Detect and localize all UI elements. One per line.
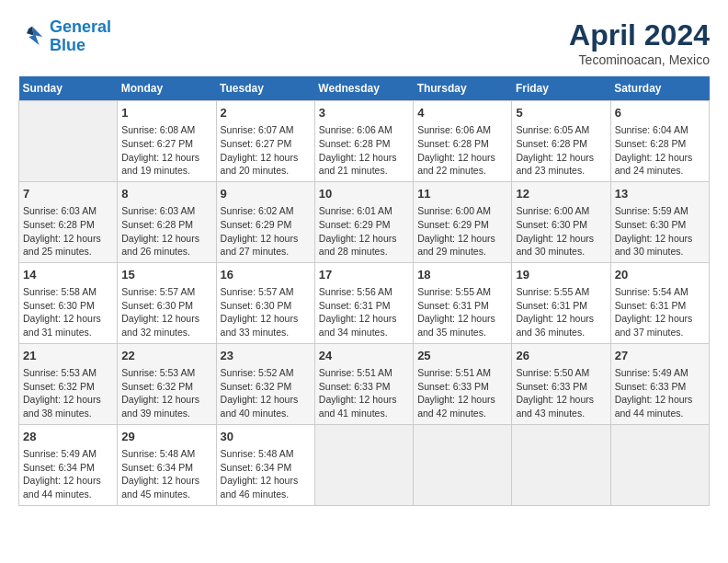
- day-info: Sunrise: 5:50 AMSunset: 6:33 PMDaylight:…: [516, 366, 606, 420]
- calendar-week-5: 28Sunrise: 5:49 AMSunset: 6:34 PMDayligh…: [19, 424, 710, 505]
- calendar-cell: 9Sunrise: 6:02 AMSunset: 6:29 PMDaylight…: [216, 181, 314, 262]
- day-info: Sunrise: 5:48 AMSunset: 6:34 PMDaylight:…: [221, 447, 311, 501]
- day-number: 30: [221, 429, 311, 445]
- day-number: 14: [23, 267, 113, 283]
- logo-icon: [18, 23, 46, 51]
- day-number: 28: [23, 429, 113, 445]
- calendar-cell: 18Sunrise: 5:55 AMSunset: 6:31 PMDayligh…: [414, 262, 512, 343]
- calendar-cell: [414, 424, 512, 505]
- day-info: Sunrise: 6:08 AMSunset: 6:27 PMDaylight:…: [121, 123, 211, 178]
- day-info: Sunrise: 5:57 AMSunset: 6:30 PMDaylight:…: [121, 285, 211, 339]
- day-number: 1: [121, 105, 211, 121]
- day-info: Sunrise: 6:02 AMSunset: 6:29 PMDaylight:…: [221, 204, 311, 259]
- calendar-cell: 13Sunrise: 5:59 AMSunset: 6:30 PMDayligh…: [610, 181, 709, 262]
- calendar-table: SundayMondayTuesdayWednesdayThursdayFrid…: [18, 76, 710, 506]
- day-info: Sunrise: 6:03 AMSunset: 6:28 PMDaylight:…: [121, 204, 211, 259]
- page-header: General Blue April 2024 Tecominoacan, Me…: [18, 18, 710, 67]
- day-number: 25: [417, 348, 507, 364]
- day-number: 12: [516, 186, 606, 202]
- day-info: Sunrise: 6:06 AMSunset: 6:28 PMDaylight:…: [417, 123, 507, 178]
- day-number: 27: [615, 348, 705, 364]
- day-info: Sunrise: 5:53 AMSunset: 6:32 PMDaylight:…: [121, 366, 211, 420]
- calendar-week-2: 7Sunrise: 6:03 AMSunset: 6:28 PMDaylight…: [19, 181, 710, 262]
- logo-text: General: [50, 18, 111, 37]
- calendar-cell: 25Sunrise: 5:51 AMSunset: 6:33 PMDayligh…: [414, 343, 512, 424]
- title-area: April 2024 Tecominoacan, Mexico: [569, 18, 710, 67]
- calendar-cell: 10Sunrise: 6:01 AMSunset: 6:29 PMDayligh…: [314, 181, 413, 262]
- day-info: Sunrise: 6:00 AMSunset: 6:29 PMDaylight:…: [417, 204, 507, 259]
- day-info: Sunrise: 6:01 AMSunset: 6:29 PMDaylight:…: [319, 204, 409, 259]
- day-info: Sunrise: 6:03 AMSunset: 6:28 PMDaylight:…: [23, 204, 113, 259]
- day-number: 4: [417, 105, 507, 121]
- day-number: 7: [23, 186, 113, 202]
- calendar-cell: 3Sunrise: 6:06 AMSunset: 6:28 PMDaylight…: [314, 101, 413, 182]
- calendar-cell: 28Sunrise: 5:49 AMSunset: 6:34 PMDayligh…: [19, 424, 118, 505]
- calendar-week-1: 1Sunrise: 6:08 AMSunset: 6:27 PMDaylight…: [19, 101, 710, 182]
- calendar-cell: 14Sunrise: 5:58 AMSunset: 6:30 PMDayligh…: [19, 262, 118, 343]
- day-info: Sunrise: 5:51 AMSunset: 6:33 PMDaylight:…: [417, 366, 507, 420]
- day-info: Sunrise: 6:07 AMSunset: 6:27 PMDaylight:…: [221, 123, 311, 178]
- weekday-header-thursday: Thursday: [414, 76, 512, 101]
- calendar-cell: 4Sunrise: 6:06 AMSunset: 6:28 PMDaylight…: [414, 101, 512, 182]
- calendar-cell: [314, 424, 413, 505]
- calendar-cell: 6Sunrise: 6:04 AMSunset: 6:28 PMDaylight…: [610, 101, 709, 182]
- calendar-cell: 21Sunrise: 5:53 AMSunset: 6:32 PMDayligh…: [19, 343, 118, 424]
- day-info: Sunrise: 5:48 AMSunset: 6:34 PMDaylight:…: [121, 447, 211, 501]
- day-number: 18: [417, 267, 507, 283]
- day-number: 6: [615, 105, 705, 121]
- day-number: 20: [615, 267, 705, 283]
- calendar-cell: 24Sunrise: 5:51 AMSunset: 6:33 PMDayligh…: [314, 343, 413, 424]
- day-number: 19: [516, 267, 606, 283]
- day-number: 3: [319, 105, 409, 121]
- day-number: 22: [121, 348, 211, 364]
- logo: General Blue: [18, 18, 111, 55]
- day-info: Sunrise: 5:55 AMSunset: 6:31 PMDaylight:…: [417, 285, 507, 339]
- day-number: 24: [319, 348, 409, 364]
- day-number: 2: [221, 105, 311, 121]
- day-info: Sunrise: 5:54 AMSunset: 6:31 PMDaylight:…: [615, 285, 705, 339]
- calendar-cell: 8Sunrise: 6:03 AMSunset: 6:28 PMDaylight…: [118, 181, 216, 262]
- calendar-cell: 26Sunrise: 5:50 AMSunset: 6:33 PMDayligh…: [512, 343, 610, 424]
- logo-text2: Blue: [50, 37, 111, 55]
- weekday-header-tuesday: Tuesday: [216, 76, 314, 101]
- calendar-cell: [610, 424, 709, 505]
- calendar-cell: 23Sunrise: 5:52 AMSunset: 6:32 PMDayligh…: [216, 343, 314, 424]
- day-number: 21: [23, 348, 113, 364]
- day-number: 15: [121, 267, 211, 283]
- calendar-cell: 29Sunrise: 5:48 AMSunset: 6:34 PMDayligh…: [118, 424, 216, 505]
- calendar-cell: 27Sunrise: 5:49 AMSunset: 6:33 PMDayligh…: [610, 343, 709, 424]
- day-info: Sunrise: 5:55 AMSunset: 6:31 PMDaylight:…: [516, 285, 606, 339]
- calendar-body: 1Sunrise: 6:08 AMSunset: 6:27 PMDaylight…: [19, 101, 710, 506]
- weekday-header-saturday: Saturday: [610, 76, 709, 101]
- calendar-cell: 1Sunrise: 6:08 AMSunset: 6:27 PMDaylight…: [118, 101, 216, 182]
- day-number: 11: [417, 186, 507, 202]
- calendar-cell: 7Sunrise: 6:03 AMSunset: 6:28 PMDaylight…: [19, 181, 118, 262]
- calendar-cell: 16Sunrise: 5:57 AMSunset: 6:30 PMDayligh…: [216, 262, 314, 343]
- day-number: 23: [221, 348, 311, 364]
- day-info: Sunrise: 5:58 AMSunset: 6:30 PMDaylight:…: [23, 285, 113, 339]
- day-number: 8: [121, 186, 211, 202]
- calendar-cell: 20Sunrise: 5:54 AMSunset: 6:31 PMDayligh…: [610, 262, 709, 343]
- calendar-week-3: 14Sunrise: 5:58 AMSunset: 6:30 PMDayligh…: [19, 262, 710, 343]
- weekday-header-wednesday: Wednesday: [314, 76, 413, 101]
- day-info: Sunrise: 5:51 AMSunset: 6:33 PMDaylight:…: [319, 366, 409, 420]
- calendar-cell: 2Sunrise: 6:07 AMSunset: 6:27 PMDaylight…: [216, 101, 314, 182]
- weekday-header-friday: Friday: [512, 76, 610, 101]
- day-info: Sunrise: 5:49 AMSunset: 6:33 PMDaylight:…: [615, 366, 705, 420]
- day-number: 10: [319, 186, 409, 202]
- day-info: Sunrise: 5:57 AMSunset: 6:30 PMDaylight:…: [221, 285, 311, 339]
- day-number: 13: [615, 186, 705, 202]
- day-number: 26: [516, 348, 606, 364]
- day-info: Sunrise: 6:04 AMSunset: 6:28 PMDaylight:…: [615, 123, 705, 178]
- calendar-cell: 30Sunrise: 5:48 AMSunset: 6:34 PMDayligh…: [216, 424, 314, 505]
- day-info: Sunrise: 6:05 AMSunset: 6:28 PMDaylight:…: [516, 123, 606, 178]
- day-number: 5: [516, 105, 606, 121]
- day-info: Sunrise: 5:49 AMSunset: 6:34 PMDaylight:…: [23, 447, 113, 501]
- calendar-cell: 17Sunrise: 5:56 AMSunset: 6:31 PMDayligh…: [314, 262, 413, 343]
- calendar-cell: [19, 101, 118, 182]
- calendar-cell: 11Sunrise: 6:00 AMSunset: 6:29 PMDayligh…: [414, 181, 512, 262]
- calendar-cell: 22Sunrise: 5:53 AMSunset: 6:32 PMDayligh…: [118, 343, 216, 424]
- location-title: Tecominoacan, Mexico: [569, 52, 710, 67]
- calendar-cell: 19Sunrise: 5:55 AMSunset: 6:31 PMDayligh…: [512, 262, 610, 343]
- weekday-header-monday: Monday: [118, 76, 216, 101]
